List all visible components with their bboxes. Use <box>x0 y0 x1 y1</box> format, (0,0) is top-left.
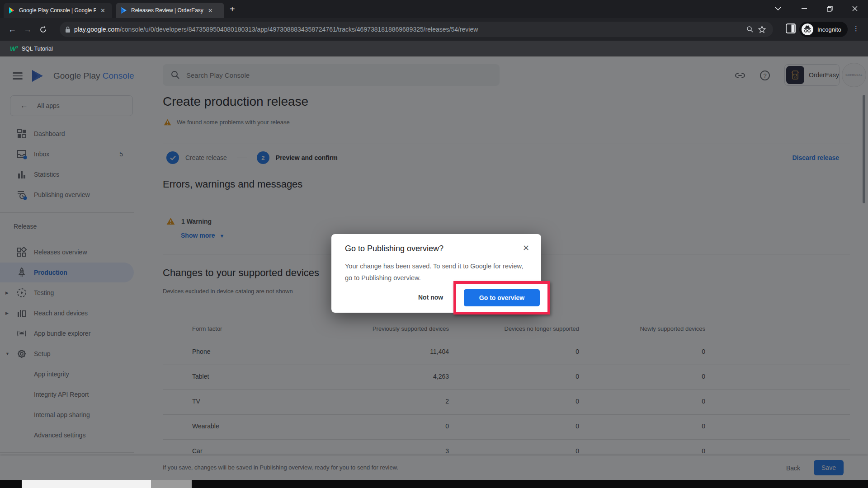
tab-releases-review[interactable]: Releases Review | OrderEasy ✕ <box>116 3 224 18</box>
incognito-icon <box>801 23 814 36</box>
play-console-icon <box>120 7 127 14</box>
taskbar-segment-light <box>22 480 151 488</box>
bookmarks-bar: W3 SQL Tutorial <box>0 41 868 56</box>
incognito-badge: Incognito <box>799 22 848 37</box>
url-text: play.google.com/console/u/0/developers/8… <box>74 26 744 33</box>
dialog-body-text: Your change has been saved. To send it t… <box>345 260 531 284</box>
tab-title: Releases Review | OrderEasy <box>131 7 203 14</box>
not-now-button[interactable]: Not now <box>418 294 443 301</box>
back-icon[interactable]: ← <box>5 22 20 37</box>
bookmark-star-icon[interactable] <box>756 26 768 33</box>
bookmark-sql-tutorial[interactable]: SQL Tutorial <box>22 46 53 52</box>
tab-google-play-console[interactable]: Google Play Console | Google Pla ✕ <box>4 3 112 18</box>
go-to-overview-button[interactable]: Go to overview <box>464 289 540 306</box>
annotation-highlight-box: Go to overview <box>453 281 550 314</box>
search-url-icon[interactable] <box>744 26 756 33</box>
screen: Google Play Console | Google Pla ✕ Relea… <box>0 0 868 488</box>
taskbar-segment-gray <box>151 480 192 488</box>
forward-icon[interactable]: → <box>20 22 35 37</box>
side-panel-icon[interactable] <box>786 23 796 33</box>
reload-icon[interactable] <box>35 22 51 37</box>
w3schools-icon: W3 <box>10 45 18 52</box>
dialog-title: Go to Publishing overview? <box>345 244 443 253</box>
window-menu-chevron-icon[interactable] <box>768 0 788 17</box>
tab-close-icon[interactable]: ✕ <box>100 7 105 14</box>
google-play-icon <box>8 7 15 14</box>
tab-strip: Google Play Console | Google Pla ✕ Relea… <box>0 0 868 18</box>
tab-close-icon[interactable]: ✕ <box>208 7 213 14</box>
address-bar[interactable]: play.google.com/console/u/0/developers/8… <box>60 22 773 37</box>
window-minimize-icon[interactable] <box>794 0 815 17</box>
browser-toolbar: ← → play.google.com/console/u/0/develope… <box>0 18 868 41</box>
dialog-close-icon[interactable]: ✕ <box>523 243 529 253</box>
tab-title: Google Play Console | Google Pla <box>19 7 96 14</box>
taskbar-strip <box>0 480 868 488</box>
new-tab-button[interactable]: + <box>230 5 235 14</box>
window-restore-icon[interactable] <box>819 0 840 17</box>
browser-menu-dots-icon[interactable]: ⋮ <box>853 24 859 33</box>
incognito-label: Incognito <box>817 26 841 33</box>
lock-icon <box>65 26 71 33</box>
window-close-icon[interactable] <box>844 0 865 17</box>
